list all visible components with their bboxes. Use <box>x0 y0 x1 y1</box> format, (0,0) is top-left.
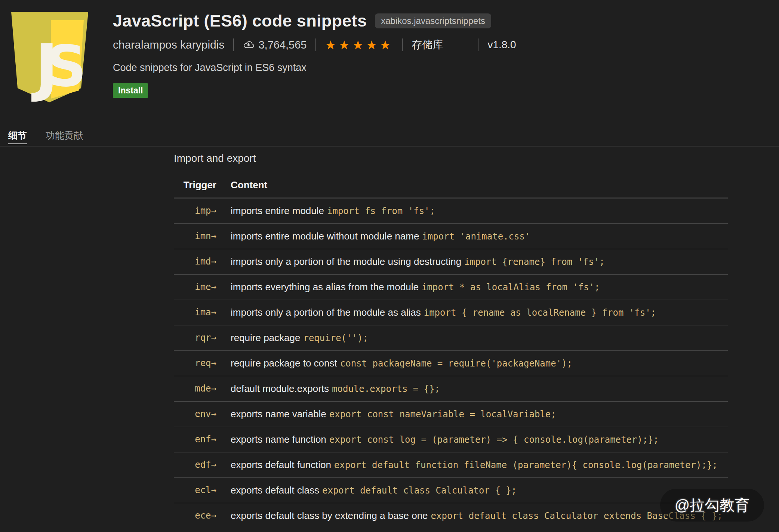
author-link[interactable]: charalampos karypidis <box>113 38 224 51</box>
header-info: JavaScript (ES6) code snippets xabikos.j… <box>113 9 516 105</box>
extension-identifier-badge: xabikos.javascriptsnippets <box>375 13 491 29</box>
extension-title: JavaScript (ES6) code snippets <box>113 11 367 31</box>
js-logo-icon: J S <box>6 9 93 105</box>
content-description: imports everything as alias from the mod… <box>231 281 419 293</box>
tab-feature-contributions[interactable]: 功能贡献 <box>46 129 83 144</box>
content-description: exports default function <box>231 459 331 470</box>
content-cell: require packagerequire(''); <box>216 325 728 350</box>
table-row: enf→exports name functionexport const lo… <box>174 427 728 452</box>
table-row: imd→imports only a portion of the module… <box>174 249 728 274</box>
content-description: require package <box>231 332 300 343</box>
content-code: import { rename as localRename } from 'f… <box>424 307 656 318</box>
column-header-trigger: Trigger <box>174 179 216 198</box>
content-cell: default module.exportsmodule.exports = {… <box>216 376 728 401</box>
content-cell: exports name functionexport const log = … <box>216 427 728 452</box>
content-cell: imports entire moduleimport fs from 'fs'… <box>216 198 728 223</box>
extension-header: J S JavaScript (ES6) code snippets xabik… <box>6 9 516 105</box>
tab-details[interactable]: 细节 <box>8 129 27 144</box>
content-cell: exports default class by extending a bas… <box>216 503 728 528</box>
watermark-badge: @拉勾教育 <box>660 489 764 522</box>
trigger-cell: req→ <box>174 350 216 376</box>
content-code: import {rename} from 'fs'; <box>464 257 605 267</box>
content-cell: imports only a portion of the module usi… <box>216 249 728 274</box>
extension-description: Code snippets for JavaScript in ES6 synt… <box>113 62 516 74</box>
content-cell: exports name variableexport const nameVa… <box>216 401 728 427</box>
table-row: ime→imports everything as alias from the… <box>174 274 728 300</box>
divider <box>402 38 403 51</box>
content-code: import fs from 'fs'; <box>327 206 435 216</box>
table-row: ima→imports only a portion of the module… <box>174 300 728 325</box>
table-row: edf→exports default functionexport defau… <box>174 452 728 477</box>
install-button[interactable]: Install <box>113 83 148 98</box>
content-code: module.exports = {}; <box>332 384 440 394</box>
trigger-cell: imd→ <box>174 249 216 274</box>
stats-row: charalampos karypidis 3,764,565 ★★★★★ 存储… <box>113 37 516 53</box>
content-cell: imports only a portion of the module as … <box>216 300 728 325</box>
version-label: v1.8.0 <box>487 39 516 51</box>
divider <box>478 38 478 51</box>
content-cell: imports entire module without module nam… <box>216 223 728 249</box>
trigger-cell: imp→ <box>174 198 216 223</box>
content-description: exports default class by extending a bas… <box>231 510 428 521</box>
trigger-cell: ecl→ <box>174 477 216 503</box>
table-row: mde→default module.exportsmodule.exports… <box>174 376 728 401</box>
trigger-cell: ime→ <box>174 274 216 300</box>
trigger-cell: mde→ <box>174 376 216 401</box>
table-row: rqr→require packagerequire(''); <box>174 325 728 350</box>
trigger-cell: ima→ <box>174 300 216 325</box>
snippet-table: Trigger Content imp→imports entire modul… <box>174 179 728 528</box>
snippet-table-body: imp→imports entire moduleimport fs from … <box>174 198 728 528</box>
content-description: exports default class <box>231 485 319 496</box>
section-title: Import and export <box>174 152 728 164</box>
cloud-download-icon <box>243 39 255 51</box>
content-cell: imports everything as alias from the mod… <box>216 274 728 300</box>
trigger-cell: enf→ <box>174 427 216 452</box>
trigger-cell: env→ <box>174 401 216 427</box>
content-description: imports entire module <box>231 205 324 216</box>
content-code: const packageName = require('packageName… <box>340 358 572 369</box>
column-header-content: Content <box>216 179 728 198</box>
download-count: 3,764,565 <box>243 39 307 51</box>
details-content: Import and export Trigger Content imp→im… <box>174 146 728 528</box>
table-row: imn→imports entire module without module… <box>174 223 728 249</box>
content-code: export default function fileName (parame… <box>334 460 718 470</box>
divider <box>315 38 316 51</box>
table-row: ecl→exports default classexport default … <box>174 477 728 503</box>
table-header-row: Trigger Content <box>174 179 728 198</box>
content-cell: exports default functionexport default f… <box>216 452 728 477</box>
content-cell: exports default classexport default clas… <box>216 477 728 503</box>
table-row: imp→imports entire moduleimport fs from … <box>174 198 728 223</box>
content-code: export default class Calculator { }; <box>322 485 517 496</box>
logo-letter-s: S <box>46 33 86 99</box>
content-code: export const log = (parameter) => { cons… <box>329 434 659 445</box>
tab-bar: 细节 功能贡献 <box>8 129 83 144</box>
repository-link[interactable]: 存储库 <box>412 38 443 52</box>
content-description: imports only a portion of the module usi… <box>231 256 461 267</box>
trigger-cell: ece→ <box>174 503 216 528</box>
content-description: exports name function <box>231 434 326 445</box>
content-cell: require package to constconst packageNam… <box>216 350 728 376</box>
download-count-value: 3,764,565 <box>258 39 307 51</box>
trigger-cell: rqr→ <box>174 325 216 350</box>
content-description: require package to const <box>231 358 337 369</box>
content-code: import 'animate.css' <box>422 231 530 242</box>
divider <box>233 38 234 51</box>
content-description: exports name variable <box>231 408 326 420</box>
star-rating[interactable]: ★★★★★ <box>325 38 393 52</box>
table-row: ece→exports default class by extending a… <box>174 503 728 528</box>
content-description: imports only a portion of the module as … <box>231 307 421 318</box>
trigger-cell: imn→ <box>174 223 216 249</box>
content-code: import * as localAlias from 'fs'; <box>422 282 600 293</box>
content-description: imports entire module without module nam… <box>231 231 419 242</box>
trigger-cell: edf→ <box>174 452 216 477</box>
table-row: req→require package to constconst packag… <box>174 350 728 376</box>
content-code: export const nameVariable = localVariabl… <box>329 409 556 420</box>
content-description: default module.exports <box>231 383 329 394</box>
content-code: require(''); <box>303 333 368 343</box>
table-row: env→exports name variableexport const na… <box>174 401 728 427</box>
